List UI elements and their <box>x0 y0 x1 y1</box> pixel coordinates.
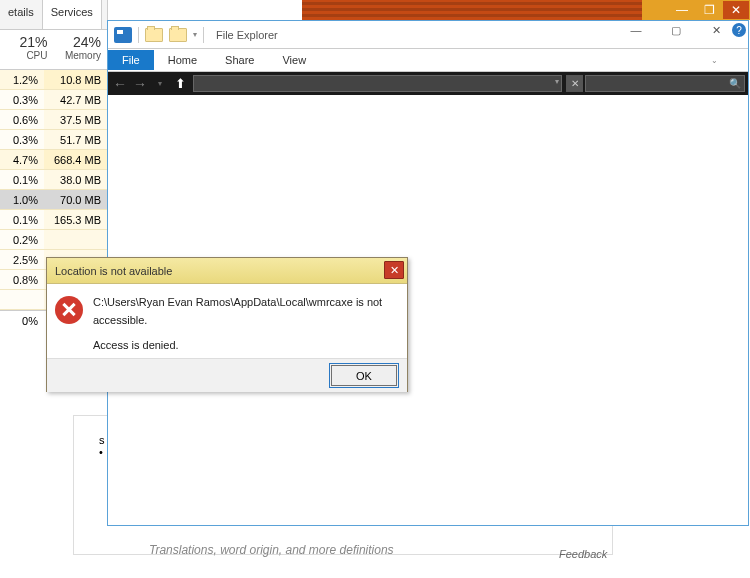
memory-label: Memory <box>60 50 102 61</box>
error-icon <box>55 296 83 324</box>
separator <box>138 27 139 43</box>
mem-cell: 38.0 MB <box>44 170 107 189</box>
table-row[interactable]: 0.1%165.3 MB <box>0 210 107 230</box>
column-header-cpu[interactable]: 21% CPU <box>0 30 54 69</box>
cpu-cell: 1.0% <box>0 190 44 209</box>
dialog-message: C:\Users\Ryan Evan Ramos\AppData\Local\w… <box>93 294 395 352</box>
definition-expand-link[interactable]: Translations, word origin, and more defi… <box>149 543 394 557</box>
dialog-titlebar[interactable]: Location is not available ✕ <box>47 258 407 284</box>
error-dialog: Location is not available ✕ C:\Users\Rya… <box>46 257 408 392</box>
definition-fragment: s• <box>99 434 105 458</box>
feedback-link[interactable]: Feedback <box>559 548 607 560</box>
quick-access-toolbar: ▾ <box>108 27 210 43</box>
ribbon-tabs: File Home Share View ⌄ <box>108 49 748 72</box>
cpu-label: CPU <box>6 50 48 61</box>
mem-cell: 51.7 MB <box>44 130 107 149</box>
ribbon-tab-file[interactable]: File <box>108 50 154 70</box>
minimize-button[interactable]: — <box>630 24 642 36</box>
window-controls: — ▢ ✕ ? <box>630 23 746 37</box>
cpu-cell: 0% <box>0 311 44 330</box>
nav-up-button[interactable]: ⬆ <box>171 75 189 93</box>
table-row[interactable]: 0.2% <box>0 230 107 250</box>
address-input[interactable]: ▾ <box>193 75 562 92</box>
bgwin-minimize-button[interactable]: — <box>669 1 695 19</box>
separator <box>203 27 204 43</box>
bgwin-close-button[interactable]: ✕ <box>723 1 749 19</box>
table-row[interactable]: 1.0%70.0 MB <box>0 190 107 210</box>
cpu-total-pct: 21% <box>6 34 48 50</box>
cpu-cell: 1.2% <box>0 70 44 89</box>
cpu-cell: 0.2% <box>0 230 44 249</box>
table-row[interactable]: 0.3%42.7 MB <box>0 90 107 110</box>
cpu-cell: 0.1% <box>0 210 44 229</box>
background-window-decor <box>302 0 642 20</box>
explorer-app-icon[interactable] <box>114 27 132 43</box>
qat-dropdown-icon[interactable]: ▾ <box>193 30 197 39</box>
nav-forward-button[interactable]: → <box>131 75 149 93</box>
dialog-close-button[interactable]: ✕ <box>384 261 404 279</box>
maximize-button[interactable]: ▢ <box>670 24 682 36</box>
column-header-memory[interactable]: 24% Memory <box>54 30 108 69</box>
mem-cell: 10.8 MB <box>44 70 107 89</box>
mem-cell: 70.0 MB <box>44 190 107 209</box>
memory-total-pct: 24% <box>60 34 102 50</box>
window-title: File Explorer <box>216 29 278 41</box>
tab-services[interactable]: Services <box>42 0 102 29</box>
table-row[interactable]: 4.7%668.4 MB <box>0 150 107 170</box>
ribbon-collapse-icon[interactable]: ⌄ <box>711 56 718 65</box>
explorer-titlebar[interactable]: ▾ File Explorer — ▢ ✕ ? <box>108 21 748 49</box>
dialog-button-row: OK <box>47 358 407 392</box>
dialog-message-line2: Access is denied. <box>93 337 395 355</box>
dialog-body: C:\Users\Ryan Evan Ramos\AppData\Local\w… <box>47 284 407 358</box>
nav-recent-dropdown-icon[interactable]: ▾ <box>151 75 169 93</box>
cpu-cell: 0.1% <box>0 170 44 189</box>
address-dropdown-icon[interactable]: ▾ <box>555 77 559 86</box>
help-button[interactable]: ? <box>732 23 746 37</box>
mem-cell <box>44 230 107 249</box>
table-row[interactable]: 0.3%51.7 MB <box>0 130 107 150</box>
mem-cell: 42.7 MB <box>44 90 107 109</box>
ok-button[interactable]: OK <box>331 365 397 386</box>
background-window-controls: — ❐ ✕ <box>642 0 750 20</box>
address-refresh-button[interactable]: ✕ <box>566 75 583 92</box>
mem-cell: 37.5 MB <box>44 110 107 129</box>
background-window-titlebar: — ❐ ✕ <box>302 0 750 20</box>
task-manager-tabs: etails Services <box>0 0 107 30</box>
ribbon-tab-home[interactable]: Home <box>154 50 211 70</box>
close-button[interactable]: ✕ <box>710 24 722 36</box>
cpu-cell: 4.7% <box>0 150 44 169</box>
table-row[interactable]: 1.2%10.8 MB <box>0 70 107 90</box>
new-folder-icon[interactable] <box>169 28 187 42</box>
mem-cell: 668.4 MB <box>44 150 107 169</box>
cpu-cell: 0.3% <box>0 90 44 109</box>
bgwin-maximize-button[interactable]: ❐ <box>696 1 722 19</box>
task-manager-header: 21% CPU 24% Memory <box>0 30 107 70</box>
search-input[interactable]: 🔍 <box>585 75 745 92</box>
ribbon-tab-view[interactable]: View <box>268 50 320 70</box>
dialog-title-text: Location is not available <box>55 265 172 277</box>
cpu-cell: 2.5% <box>0 250 44 269</box>
properties-icon[interactable] <box>145 28 163 42</box>
address-bar-row: ← → ▾ ⬆ ▾ ✕ 🔍 <box>108 72 748 95</box>
tab-details[interactable]: etails <box>0 0 42 29</box>
table-row[interactable]: 0.1%38.0 MB <box>0 170 107 190</box>
cpu-cell: 0.6% <box>0 110 44 129</box>
search-icon: 🔍 <box>729 78 741 89</box>
table-row[interactable]: 0.6%37.5 MB <box>0 110 107 130</box>
nav-back-button[interactable]: ← <box>111 75 129 93</box>
cpu-cell <box>0 290 44 309</box>
cpu-cell: 0.3% <box>0 130 44 149</box>
mem-cell: 165.3 MB <box>44 210 107 229</box>
ribbon-tab-share[interactable]: Share <box>211 50 268 70</box>
cpu-cell: 0.8% <box>0 270 44 289</box>
dialog-message-line1: C:\Users\Ryan Evan Ramos\AppData\Local\w… <box>93 294 395 329</box>
